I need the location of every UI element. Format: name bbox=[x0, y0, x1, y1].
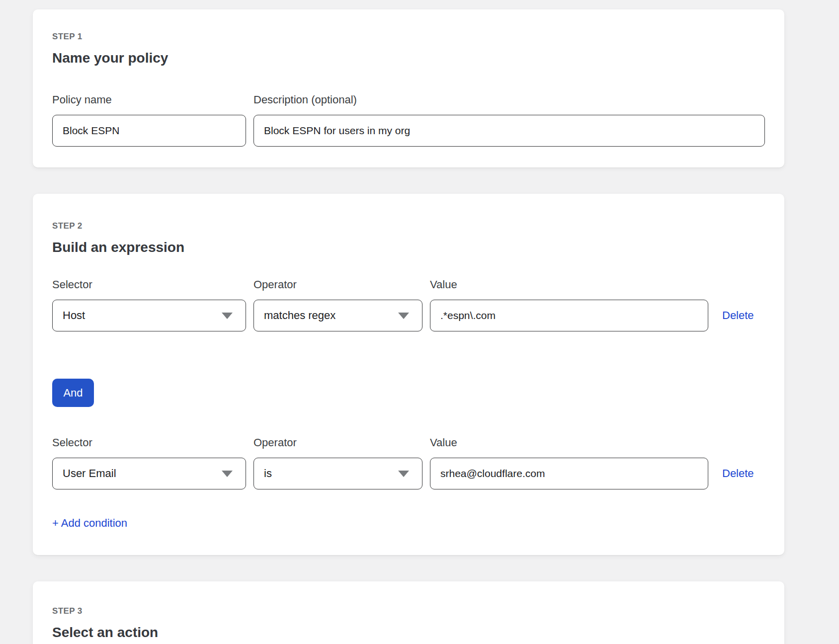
description-label: Description (optional) bbox=[253, 93, 765, 106]
condition-row-1: Selector Host Operator matches regex Val… bbox=[52, 278, 765, 331]
chevron-down-icon bbox=[222, 313, 233, 319]
step1-card: STEP 1 Name your policy Policy name Desc… bbox=[33, 9, 784, 167]
operator-dropdown[interactable]: matches regex bbox=[253, 300, 422, 331]
value-field-group: Value bbox=[430, 278, 708, 331]
step2-label: STEP 2 bbox=[52, 221, 765, 231]
selector-dropdown[interactable]: User Email bbox=[52, 458, 246, 489]
delete-condition-link[interactable]: Delete bbox=[722, 467, 754, 480]
step2-title: Build an expression bbox=[52, 239, 765, 256]
value-label: Value bbox=[430, 278, 708, 291]
policy-builder-page: STEP 1 Name your policy Policy name Desc… bbox=[0, 0, 839, 644]
policy-name-input[interactable] bbox=[52, 115, 246, 147]
and-connector-button[interactable]: And bbox=[52, 379, 94, 407]
step2-card: STEP 2 Build an expression Selector Host… bbox=[33, 194, 784, 555]
operator-field-group: Operator is bbox=[253, 436, 422, 489]
policy-name-label: Policy name bbox=[52, 93, 246, 106]
operator-field-group: Operator matches regex bbox=[253, 278, 422, 331]
description-field-group: Description (optional) bbox=[253, 93, 765, 147]
operator-dropdown-value: matches regex bbox=[264, 309, 336, 322]
delete-column: Delete bbox=[722, 458, 754, 489]
chevron-down-icon bbox=[398, 471, 409, 477]
value-label: Value bbox=[430, 436, 708, 449]
condition-value-input[interactable] bbox=[430, 458, 708, 489]
step3-title: Select an action bbox=[52, 624, 765, 641]
operator-label: Operator bbox=[253, 436, 422, 449]
selector-label: Selector bbox=[52, 278, 246, 291]
operator-dropdown[interactable]: is bbox=[253, 458, 422, 489]
add-condition-link[interactable]: + Add condition bbox=[52, 517, 127, 529]
selector-label: Selector bbox=[52, 436, 246, 449]
chevron-down-icon bbox=[222, 471, 233, 477]
operator-label: Operator bbox=[253, 278, 422, 291]
step1-label: STEP 1 bbox=[52, 32, 765, 42]
value-field-group: Value bbox=[430, 436, 708, 489]
policy-name-field-group: Policy name bbox=[52, 93, 246, 147]
delete-column: Delete bbox=[722, 300, 754, 331]
condition-row-2: Selector User Email Operator is Value De… bbox=[52, 436, 765, 489]
selector-field-group: Selector User Email bbox=[52, 436, 246, 489]
operator-dropdown-value: is bbox=[264, 467, 272, 480]
selector-dropdown[interactable]: Host bbox=[52, 300, 246, 331]
step3-label: STEP 3 bbox=[52, 606, 765, 616]
description-input[interactable] bbox=[253, 115, 765, 147]
step1-title: Name your policy bbox=[52, 50, 765, 67]
delete-condition-link[interactable]: Delete bbox=[722, 309, 754, 322]
step3-card: STEP 3 Select an action bbox=[33, 581, 784, 644]
step1-form-row: Policy name Description (optional) bbox=[52, 93, 765, 147]
selector-field-group: Selector Host bbox=[52, 278, 246, 331]
selector-dropdown-value: User Email bbox=[63, 467, 116, 480]
chevron-down-icon bbox=[398, 313, 409, 319]
selector-dropdown-value: Host bbox=[63, 309, 85, 322]
add-condition-row: + Add condition bbox=[52, 517, 765, 530]
condition-value-input[interactable] bbox=[430, 300, 708, 331]
